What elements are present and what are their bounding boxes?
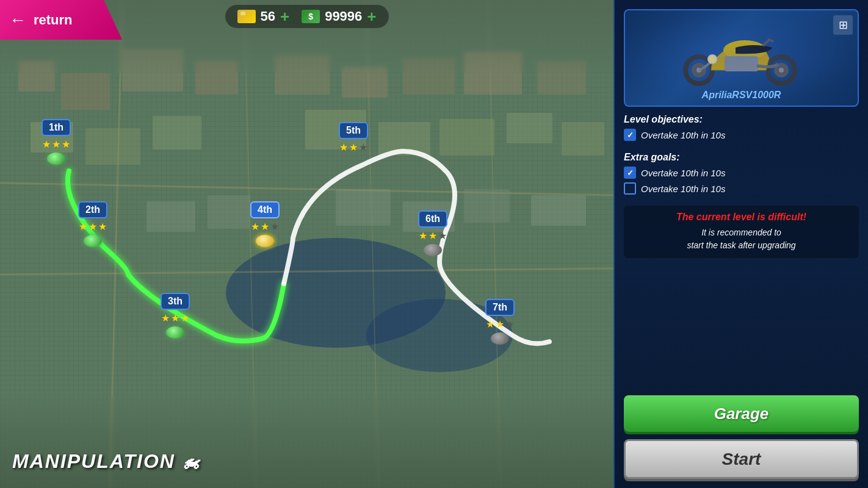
extra-goal-checkbox-2 (624, 182, 636, 195)
return-label: return (34, 12, 73, 28)
stars-1: ★ ★ ★ (42, 138, 70, 150)
gold-value: 56 (260, 9, 275, 24)
objective-text-1: Overtake 10th in 10s (641, 130, 725, 140)
star-5-3: ★ (359, 142, 367, 153)
star-1-1: ★ (42, 138, 51, 150)
star-7-1: ★ (486, 318, 494, 330)
level-dot-7 (491, 332, 509, 345)
garage-button[interactable]: Garage (624, 395, 859, 432)
level-dot-2 (84, 235, 102, 247)
extra-goal-checkbox-1 (624, 167, 636, 179)
level-objectives-section: Level objectives: Overtake 10th in 10s (624, 114, 859, 145)
svg-point-36 (768, 57, 795, 84)
stars-3: ★ ★ ★ (161, 312, 189, 324)
stars-4: ★ ★ ★ (251, 221, 279, 232)
objective-checkbox-1 (624, 129, 636, 141)
stars-6: ★ ★ ★ (419, 230, 447, 242)
return-arrow-icon: ← (9, 10, 26, 30)
star-1-3: ★ (62, 138, 70, 150)
extra-goals-title: Extra goals: (624, 152, 859, 163)
level-node-5[interactable]: 5th ★ ★ ★ (339, 122, 368, 153)
extra-goal-text-1: Overtake 10th in 10s (641, 168, 725, 178)
svg-point-33 (685, 57, 712, 84)
svg-rect-40 (725, 56, 758, 71)
add-gold-button[interactable]: + (280, 9, 289, 24)
star-6-1: ★ (419, 230, 427, 242)
gold-icon (237, 10, 255, 23)
svg-point-35 (696, 68, 701, 73)
star-5-2: ★ (349, 142, 358, 153)
difficulty-warning: The current level is difficult! It is re… (624, 206, 859, 258)
stars-5: ★ ★ ★ (339, 142, 367, 153)
level-dot-3 (166, 326, 184, 339)
extra-goal-item-2: Overtake 10th in 10s (624, 182, 859, 195)
brand-name: MANIPULATION 🏍 (12, 450, 200, 473)
top-bar: ← return 56 + $ 99996 + (0, 0, 613, 40)
bike-image (675, 24, 809, 92)
level-badge-2: 2th (78, 201, 107, 218)
extra-goals-section: Extra goals: Overtake 10th in 10s Overta… (624, 152, 859, 198)
star-5-1: ★ (339, 142, 348, 153)
star-1-2: ★ (52, 138, 60, 150)
svg-point-39 (723, 40, 766, 60)
star-6-3: ★ (438, 230, 447, 242)
star-3-2: ★ (171, 312, 179, 324)
svg-point-41 (708, 55, 717, 63)
level-node-3[interactable]: 3th ★ ★ ★ (161, 293, 190, 339)
level-node-4[interactable]: 4th ★ ★ ★ (250, 201, 280, 247)
bike-display: ⊞ ApriliaRSV1 (624, 9, 859, 107)
level-badge-3: 3th (161, 293, 190, 310)
brand-text: MANIPULATION (12, 450, 175, 472)
add-cash-button[interactable]: + (367, 9, 376, 24)
gold-currency: 56 + (237, 9, 289, 24)
difficulty-title: The current level is difficult! (630, 212, 853, 223)
cash-value: 99996 (325, 9, 362, 24)
cash-currency: $ 99996 + (302, 9, 376, 24)
currency-area: 56 + $ 99996 + (225, 5, 388, 28)
start-button[interactable]: Start (624, 439, 859, 479)
svg-point-37 (774, 63, 789, 77)
garage-icon-button[interactable]: ⊞ (833, 15, 853, 35)
star-2-1: ★ (79, 221, 87, 232)
level-dot-1 (47, 152, 65, 165)
level-badge-1: 1th (42, 119, 71, 136)
right-panel: ⊞ ApriliaRSV1 (613, 0, 868, 488)
star-7-2: ★ (496, 318, 504, 330)
level-node-7[interactable]: 7th ★ ★ ★ (485, 299, 515, 345)
stars-2: ★ ★ ★ (79, 221, 107, 232)
brand-icon: 🏍 (182, 453, 200, 472)
level-badge-7: 7th (485, 299, 515, 316)
blur-bottom (0, 396, 613, 488)
level-objectives-title: Level objectives: (624, 114, 859, 125)
objective-item-1: Overtake 10th in 10s (624, 129, 859, 141)
star-2-2: ★ (89, 221, 97, 232)
extra-goal-item-1: Overtake 10th in 10s (624, 167, 859, 179)
star-6-2: ★ (429, 230, 437, 242)
star-4-1: ★ (251, 221, 259, 232)
star-2-3: ★ (98, 221, 107, 232)
level-node-1[interactable]: 1th ★ ★ ★ (42, 119, 71, 165)
level-node-2[interactable]: 2th ★ ★ ★ (78, 201, 107, 247)
level-dot-6 (424, 244, 442, 256)
return-button[interactable]: ← return (0, 0, 122, 40)
bike-name: ApriliaRSV1000R (625, 90, 858, 101)
star-3-1: ★ (161, 312, 170, 324)
difficulty-text: It is recommended tostart the task after… (630, 226, 853, 252)
level-badge-5: 5th (339, 122, 368, 139)
svg-point-38 (779, 68, 784, 73)
map-area: ← return 56 + $ 99996 + 1th ★ ★ ★ 2th (0, 0, 613, 488)
level-badge-4: 4th (250, 201, 280, 218)
star-4-2: ★ (261, 221, 269, 232)
level-badge-6: 6th (418, 210, 447, 228)
star-7-3: ★ (505, 318, 514, 330)
level-dot-4 (256, 235, 274, 247)
star-3-3: ★ (181, 312, 189, 324)
svg-point-34 (692, 63, 706, 77)
cash-icon: $ (302, 10, 320, 23)
star-4-3: ★ (270, 221, 279, 232)
level-node-6[interactable]: 6th ★ ★ ★ (418, 210, 447, 256)
stars-7: ★ ★ ★ (486, 318, 514, 330)
extra-goal-text-2: Overtake 10th in 10s (641, 184, 725, 194)
